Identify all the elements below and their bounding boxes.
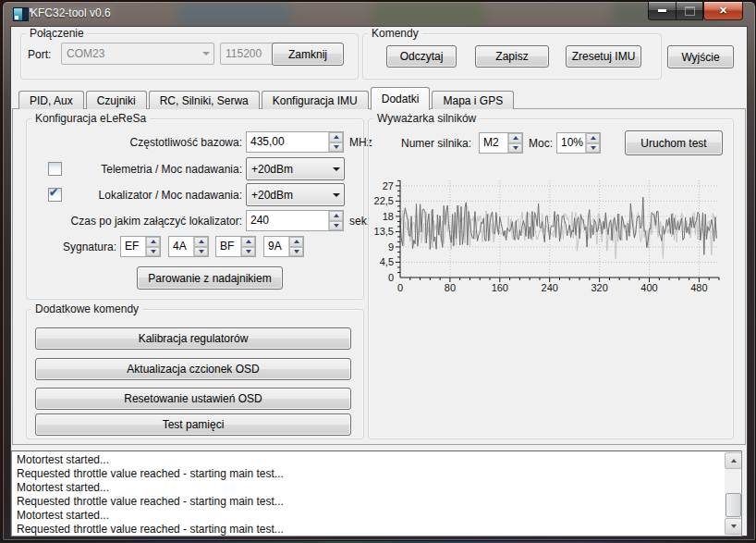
save-button[interactable]: Zapisz [475,45,549,68]
port-select[interactable]: COM23 [61,43,214,65]
scroll-down-button[interactable] [725,518,742,535]
scrollbar-thumb[interactable] [726,493,741,517]
sek-unit-label: sek. [349,215,370,228]
update-osd-fonts-button[interactable]: Aktualizacja czcionek OSD [35,358,351,380]
tab-konfiguracja-imu[interactable]: Konfiguracja IMU [262,91,369,109]
motor-number-spinner[interactable]: M2 [479,132,523,154]
titlebar-glass-blob [372,2,483,26]
log-output[interactable]: Motortest started... Requested throttle … [11,450,742,537]
port-select-value: COM23 [62,47,199,60]
svg-text:400: 400 [640,282,657,293]
motor-number-value[interactable]: M2 [480,133,507,153]
signature-byte-3-spinner[interactable]: BF [215,236,256,257]
disconnect-button[interactable]: Zamknij [272,43,344,66]
signature-byte-2-up-button[interactable] [194,237,208,247]
signature-byte-2-spinner[interactable]: 4A [168,236,209,257]
signature-byte-1-spinner[interactable]: EF [120,236,161,257]
base-frequency-down-button[interactable] [329,142,343,153]
svg-text:18: 18 [383,211,394,222]
log-scrollbar[interactable] [725,452,740,535]
signature-byte-4-spinner[interactable]: 9A [263,236,304,257]
chevron-down-icon [329,193,344,197]
locator-delay-value[interactable]: 240 [247,211,328,230]
reset-osd-settings-button[interactable]: Resetowanie ustawień OSD [35,388,351,410]
tab-strip: PID, Aux Czujniki RC, Silniki, Serwa Kon… [18,86,516,109]
signature-byte-1-down-button[interactable] [146,247,160,257]
svg-text:160: 160 [492,282,508,293]
svg-text:4,5: 4,5 [380,256,394,267]
calibrate-escs-button[interactable]: Kalibracja regulatorów [35,327,351,350]
telemetry-power-select[interactable]: +20dBm [246,157,345,180]
signature-byte-3-value[interactable]: BF [216,237,240,256]
signature-byte-4-up-button[interactable] [289,237,303,247]
baudrate-select-value: 115200 [221,47,276,60]
power-up-button[interactable] [586,133,600,143]
close-button[interactable]: ✕ [703,2,743,20]
chevron-down-icon [329,167,344,171]
svg-text:0: 0 [388,272,394,283]
signature-byte-1-value[interactable]: EF [121,237,145,256]
log-line: Motortest started... [17,509,721,523]
minimize-icon [658,9,666,12]
locator-delay-up-button[interactable] [329,211,343,221]
tab-mapa-i-gps[interactable]: Mapa i GPS [432,91,514,109]
tab-dodatki[interactable]: Dodatki [371,87,431,110]
signature-byte-2-value[interactable]: 4A [169,237,193,256]
locator-delay-spinner[interactable]: 240 [246,210,344,231]
port-label: Port: [28,48,51,61]
run-test-button[interactable]: Uruchom test [625,130,723,155]
arrow-down-icon [731,524,737,528]
commands-group-title: Komendy [368,27,422,40]
maximize-button[interactable] [676,2,703,20]
title-bar[interactable]: KFC32-tool v0.6 [3,2,755,26]
base-frequency-up-button[interactable] [329,132,343,142]
motor-number-down-button[interactable] [508,143,522,154]
locator-delay-down-button[interactable] [329,221,343,231]
reset-imu-button[interactable]: Zresetuj IMU [566,45,641,68]
read-button[interactable]: Odczytaj [386,45,457,68]
motor-number-up-button[interactable] [508,133,522,143]
signature-byte-4-down-button[interactable] [289,247,303,257]
power-label: Moc: [529,137,553,150]
signature-byte-1-up-button[interactable] [146,237,160,247]
caption-buttons: ✕ [648,2,743,20]
chevron-down-icon [199,52,213,56]
motor-number-label: Numer silnika: [401,137,471,150]
close-icon: ✕ [719,5,727,17]
tab-czujniki[interactable]: Czujniki [86,91,147,109]
eleres-config-group-title: Konfiguracja eLeReSa [31,112,150,125]
base-frequency-spinner[interactable]: 435,00 [246,131,344,153]
log-line: Requested throttle value reached - start… [17,467,721,481]
memory-test-button[interactable]: Test pamięci [35,413,351,436]
exit-button[interactable]: Wyjście [667,45,734,68]
locator-power-label: Lokalizator / Moc nadawania: [37,189,242,202]
signature-byte-2-down-button[interactable] [194,247,208,257]
telemetry-power-label: Telemetria / Moc nadawania: [37,163,242,176]
log-line: Motortest started... [17,481,721,495]
log-lines: Motortest started... Requested throttle … [17,453,721,537]
power-down-button[interactable] [586,143,600,154]
desktop: KFC32-tool v0.6 ✕ Połączenie Port: COM23… [0,0,756,543]
svg-text:320: 320 [591,282,607,293]
locator-power-select[interactable]: +20dBm [246,183,345,206]
svg-text:9: 9 [388,241,394,253]
signature-byte-3-down-button[interactable] [241,247,255,257]
power-spinner[interactable]: 10% [556,132,601,154]
extra-commands-group-title: Dodatkowe komendy [31,302,142,315]
log-line: Requested throttle value reached - start… [17,523,721,537]
power-value[interactable]: 10% [557,133,585,153]
svg-text:480: 480 [690,282,707,293]
scroll-up-button[interactable] [725,452,742,469]
base-frequency-value[interactable]: 435,00 [247,132,328,152]
signature-byte-3-up-button[interactable] [241,237,255,247]
titlebar-glass-blob [178,2,289,26]
motor-test-chart: 04,5913,51822,527080160240320400480 [368,174,732,296]
minimize-button[interactable] [648,2,676,20]
tab-rc-silniki-serwa[interactable]: RC, Silniki, Serwa [149,91,260,109]
signature-label: Sygnatura: [37,241,116,253]
pair-transmitter-button[interactable]: Parowanie z nadajnikiem [137,266,283,290]
svg-text:22,5: 22,5 [374,195,394,206]
app-icon [13,7,29,21]
signature-byte-4-value[interactable]: 9A [264,237,288,256]
tab-pid-aux[interactable]: PID, Aux [18,91,84,109]
